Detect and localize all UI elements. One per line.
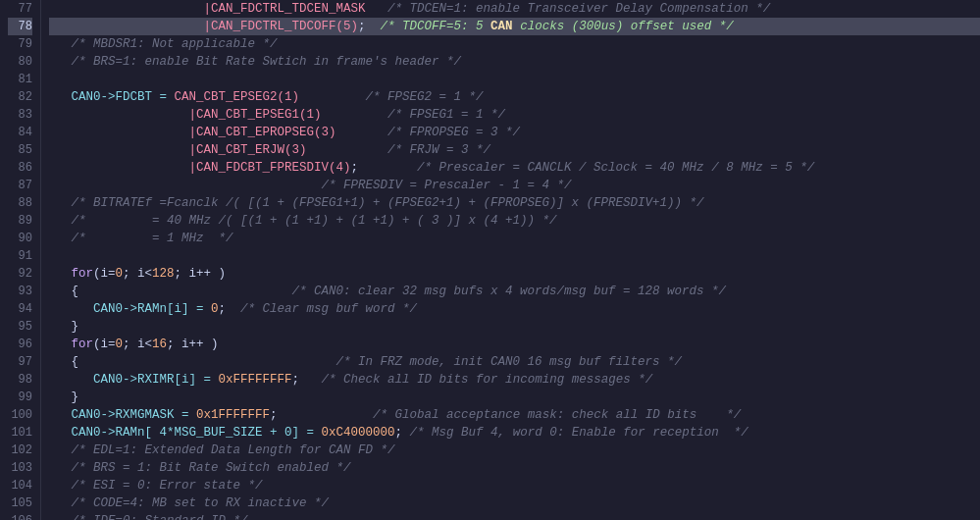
- line-number: 84: [8, 124, 32, 141]
- line-number: 103: [8, 459, 32, 477]
- code-line: /* BRS=1: enable Bit Rate Swtich in fram…: [49, 53, 980, 71]
- line-number: 90: [8, 230, 32, 247]
- code-line: { /* CAN0: clear 32 msg bufs x 4 words/m…: [49, 283, 980, 300]
- code-line: for(i=0; i<16; i++ ): [49, 336, 980, 353]
- code-editor: 7778798081828384858687888990919293949596…: [0, 0, 980, 520]
- code-line: for(i=0; i<128; i++ ): [49, 265, 980, 283]
- line-number-gutter: 7778798081828384858687888990919293949596…: [0, 0, 41, 520]
- code-line: |CAN_CBT_EPROPSEG(3) /* FPROPSEG = 3 */: [49, 124, 980, 141]
- code-line: /* BITRATEf =Fcanclk /( [(1 + (FPSEG1+1)…: [49, 194, 980, 212]
- line-number: 92: [8, 265, 32, 283]
- line-number: 101: [8, 424, 32, 442]
- line-number: 102: [8, 442, 32, 459]
- code-line: /* = 40 MHz /( [(1 + (1 +1) + (1 +1) + (…: [49, 212, 980, 230]
- line-number: 78: [8, 18, 32, 35]
- line-number: 99: [8, 389, 32, 406]
- code-line: { /* In FRZ mode, init CAN0 16 msg buf f…: [49, 353, 980, 371]
- code-line: CAN0->RXIMR[i] = 0xFFFFFFFF; /* Check al…: [49, 371, 980, 389]
- line-number: 86: [8, 159, 32, 177]
- code-line: [49, 247, 980, 265]
- code-line: |CAN_FDCTRL_TDCEN_MASK /* TDCEN=1: enabl…: [49, 0, 980, 18]
- line-number: 105: [8, 494, 32, 512]
- line-number: 98: [8, 371, 32, 389]
- code-line: /* BRS = 1: Bit Rate Switch enabled */: [49, 459, 980, 477]
- line-number: 106: [8, 512, 32, 520]
- code-line: }: [49, 318, 980, 336]
- line-number: 87: [8, 177, 32, 194]
- line-number: 104: [8, 477, 32, 494]
- line-number: 88: [8, 194, 32, 212]
- code-line: /* ESI = 0: Error state */: [49, 477, 980, 494]
- line-number: 83: [8, 106, 32, 124]
- line-number: 96: [8, 336, 32, 353]
- code-line: |CAN_FDCBT_FPRESDIV(4); /* Prescaler = C…: [49, 159, 980, 177]
- line-number: 91: [8, 247, 32, 265]
- code-line: |CAN_FDCTRL_TDCOFF(5); /* TDCOFF=5: 5 CA…: [49, 18, 980, 35]
- line-number: 77: [8, 0, 32, 18]
- code-line: /* EDL=1: Extended Data Length for CAN F…: [49, 442, 980, 459]
- line-number: 80: [8, 53, 32, 71]
- line-number: 85: [8, 141, 32, 159]
- code-line: |CAN_CBT_ERJW(3) /* FRJW = 3 */: [49, 141, 980, 159]
- line-number: 82: [8, 88, 32, 106]
- line-number: 94: [8, 300, 32, 318]
- code-content[interactable]: |CAN_FDCTRL_TDCEN_MASK /* TDCEN=1: enabl…: [41, 0, 980, 520]
- code-line: CAN0->RXMGMASK = 0x1FFFFFFF; /* Global a…: [49, 406, 980, 424]
- line-number: 97: [8, 353, 32, 371]
- code-line: CAN0->FDCBT = CAN_CBT_EPSEG2(1) /* FPSEG…: [49, 88, 980, 106]
- code-line: |CAN_CBT_EPSEG1(1) /* FPSEG1 = 1 */: [49, 106, 980, 124]
- line-number: 100: [8, 406, 32, 424]
- code-line: /* FPRESDIV = Prescaler - 1 = 4 */: [49, 177, 980, 194]
- code-line: [49, 71, 980, 88]
- code-line: CAN0->RAMn[i] = 0; /* Clear msg buf word…: [49, 300, 980, 318]
- line-number: 81: [8, 71, 32, 88]
- code-line: /* CODE=4: MB set to RX inactive */: [49, 494, 980, 512]
- code-line: /* IDE=0: Standard ID */: [49, 512, 980, 520]
- line-number: 89: [8, 212, 32, 230]
- line-number: 93: [8, 283, 32, 300]
- code-line: /* = 1 MHz */: [49, 230, 980, 247]
- code-line: CAN0->RAMn[ 4*MSG_BUF_SIZE + 0] = 0xC400…: [49, 424, 980, 442]
- line-number: 95: [8, 318, 32, 336]
- line-number: 79: [8, 35, 32, 53]
- code-line: }: [49, 389, 980, 406]
- code-line: /* MBDSR1: Not applicable */: [49, 35, 980, 53]
